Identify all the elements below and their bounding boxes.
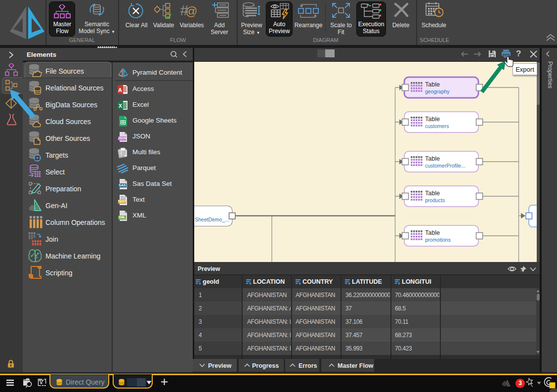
svg-text:promotions: promotions [425,237,451,243]
svg-text:X: X [119,103,123,109]
svg-text:TEXT: TEXT [118,200,127,203]
svg-text:customerProfile...: customerProfile... [425,163,466,169]
svg-text:XML: XML [119,216,126,219]
svg-text:SheetDemo_...: SheetDemo_... [195,217,229,222]
svg-text:Table: Table [425,190,440,197]
svg-text:Table: Table [425,155,440,162]
svg-text:Table: Table [425,81,440,88]
svg-text:A: A [118,87,122,93]
svg-text:geography: geography [425,88,450,94]
svg-text:Table: Table [425,116,440,123]
svg-text:SAS: SAS [119,183,126,187]
svg-text:JSON: JSON [118,136,127,140]
svg-text:Table: Table [425,229,440,236]
svg-text:customers: customers [425,123,449,129]
svg-text:products: products [425,197,445,203]
